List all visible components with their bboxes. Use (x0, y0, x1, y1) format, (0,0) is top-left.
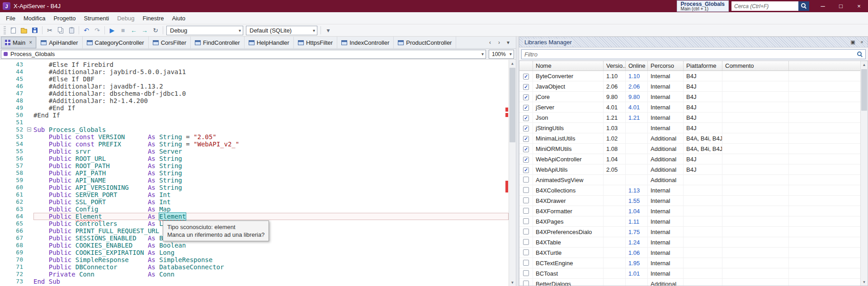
scroll-down-icon[interactable]: ▼ (861, 278, 868, 286)
menu-item-finestre[interactable]: Finestre (138, 13, 168, 24)
error-strip-mark[interactable] (505, 113, 508, 117)
library-row[interactable]: ✓MiniORMUtils1.08AdditionalB4A, B4i, B4J (519, 144, 860, 154)
minimize-button[interactable]: ─ (814, 0, 832, 12)
library-checkbox[interactable]: ✓ (523, 84, 529, 90)
error-strip-mark[interactable] (505, 108, 508, 112)
tab-scroll-left-button[interactable]: ‹ (486, 38, 494, 47)
library-row[interactable]: ✓JavaObject2.062.06InternalB4J (519, 81, 860, 92)
library-checkbox[interactable]: ✓ (523, 146, 529, 152)
maximize-button[interactable]: □ (832, 0, 850, 12)
online-version-link[interactable]: 1.04 (628, 208, 640, 215)
module-selector[interactable]: Process_Globals ▾ (1, 50, 486, 59)
online-version-link[interactable]: 1.10 (628, 73, 640, 80)
column-header-piattaforme[interactable]: Piattaforme (684, 61, 722, 70)
library-checkbox[interactable] (523, 260, 529, 266)
library-checkbox[interactable] (523, 239, 529, 245)
online-version-link[interactable]: 1.95 (628, 260, 640, 267)
library-row[interactable]: B4XCollections1.13Internal (519, 185, 860, 196)
online-version-link[interactable]: 1.13 (628, 187, 640, 194)
debug-mode-select[interactable]: Debug▾ (166, 26, 243, 35)
code-text[interactable]: Public API_VERSIONING As String (33, 184, 509, 191)
tab-productcontroller[interactable]: ProductController (394, 37, 456, 48)
library-row[interactable]: ✓WebApiUtils2.05AdditionalB4J (519, 164, 860, 175)
code-text[interactable]: #AdditionalJar: dbschema-dbf-jdbc1.0 (33, 90, 509, 97)
tab-indexcontroller[interactable]: IndexController (337, 37, 394, 48)
code-text[interactable]: Public API_NAME As String (33, 177, 509, 184)
tab-findcontroller[interactable]: FindController (191, 37, 245, 48)
save-button[interactable] (29, 25, 40, 35)
library-checkbox[interactable] (523, 281, 529, 286)
code-text[interactable]: Sub Process_Globals (33, 126, 509, 133)
code-text[interactable]: #End If (33, 112, 509, 119)
panel-scrollbar[interactable]: ▲ ▼ (860, 61, 868, 286)
code-text[interactable]: #Else If Firebird (33, 61, 509, 68)
library-checkbox[interactable] (523, 218, 529, 224)
code-text[interactable]: Public API_PATH As String (33, 169, 509, 177)
toolbar-grip[interactable] (4, 26, 6, 34)
library-row[interactable]: ✓WebApiController1.04AdditionalB4J (519, 154, 860, 164)
online-version-link[interactable]: 1.01 (628, 270, 640, 277)
menu-item-debug[interactable]: Debug (113, 13, 138, 24)
library-row[interactable]: B4XFormatter1.04Internal (519, 206, 860, 216)
scroll-up-icon[interactable]: ▲ (861, 61, 868, 68)
code-text[interactable]: Public PRINT_FULL_REQUEST_URL As Boolean (33, 227, 509, 234)
library-checkbox[interactable] (523, 197, 529, 203)
navigate-forward-button[interactable]: → (139, 25, 150, 35)
menu-item-strumenti[interactable]: Strumenti (80, 13, 113, 24)
library-checkbox[interactable] (523, 249, 529, 255)
scrollbar-thumb[interactable] (509, 68, 515, 142)
tab-scroll-right-button[interactable]: › (495, 38, 503, 47)
online-version-link[interactable]: 9.80 (628, 94, 640, 100)
code-text[interactable]: Public SERVER_PORT As Int (33, 191, 509, 198)
code-text[interactable]: Public Controllers As List (33, 220, 509, 227)
library-checkbox[interactable]: ✓ (523, 74, 529, 80)
library-row[interactable]: AnimatedSvgViewAdditional (519, 175, 860, 185)
library-row[interactable]: ✓ByteConverter1.101.10InternalB4J (519, 71, 860, 81)
library-row[interactable]: B4XTurtle1.06Internal (519, 248, 860, 258)
search-input[interactable] (731, 1, 798, 11)
libraries-panel-header[interactable]: Libraries Manager ▣ × (519, 37, 868, 47)
library-row[interactable]: ✓jServer4.014.01InternalB4J (519, 102, 860, 113)
code-text[interactable]: Public SESSIONS_ENABLED As Boolean (33, 234, 509, 242)
run-button[interactable]: ▶ (107, 25, 118, 35)
code-text[interactable]: Public const VERSION As String = "2.05" (33, 133, 509, 141)
error-strip-mark[interactable] (505, 181, 508, 192)
library-checkbox[interactable]: ✓ (523, 105, 529, 111)
column-header-online[interactable]: Online (626, 61, 648, 70)
close-button[interactable]: × (850, 0, 868, 12)
code-text[interactable]: Public COOKIES_ENABLED As Boolean (33, 242, 509, 249)
code-text[interactable]: Public DBConnector As DatabaseConnector (33, 263, 509, 271)
code-text[interactable]: Public SSL_PORT As Int (33, 198, 509, 206)
column-header-versio[interactable]: Versio... (604, 61, 626, 70)
auto-hide-pin-icon[interactable]: ▣ (849, 38, 857, 46)
collapse-icon[interactable]: − (27, 127, 31, 131)
library-checkbox[interactable] (523, 177, 529, 183)
library-row[interactable]: BCToast1.01Internal (519, 268, 860, 279)
column-header-percorso[interactable]: Percorso (648, 61, 684, 70)
library-checkbox[interactable] (523, 208, 529, 214)
scroll-down-icon[interactable]: ▼ (509, 279, 516, 286)
library-checkbox[interactable] (523, 270, 529, 276)
redo-button[interactable]: ↷ (92, 25, 103, 35)
online-version-link[interactable]: 1.24 (628, 239, 640, 246)
close-icon[interactable]: × (858, 38, 866, 46)
online-version-link[interactable]: 4.01 (628, 104, 640, 111)
code-text[interactable]: Public const PREFIX As String = "WebAPI_… (33, 141, 509, 148)
code-text[interactable]: Public ROOT_URL As String (33, 155, 509, 162)
code-editor[interactable]: 43 #Else If Firebird44 #AdditionalJar: j… (0, 60, 516, 286)
search-button[interactable] (798, 1, 809, 11)
code-text[interactable]: Public srvr As Server (33, 148, 509, 155)
code-text[interactable]: End Sub (33, 278, 509, 285)
navigate-back-button[interactable]: ← (128, 25, 139, 35)
undo-button[interactable]: ↶ (81, 25, 92, 35)
code-text[interactable]: Private Conn As Conn (33, 271, 509, 278)
online-version-link[interactable]: 1.11 (628, 218, 639, 225)
tab-apihandler[interactable]: ApiHandler (37, 37, 82, 48)
menu-item-progetto[interactable]: Progetto (49, 13, 80, 24)
close-icon[interactable]: × (29, 39, 32, 46)
online-version-link[interactable]: 1.75 (628, 229, 640, 235)
new-button[interactable] (8, 25, 19, 35)
library-checkbox[interactable] (523, 229, 529, 234)
code-text[interactable]: Public SimpleResponse As SimpleResponse (33, 256, 509, 263)
tab-categorycontroller[interactable]: CategoryController (83, 37, 149, 48)
